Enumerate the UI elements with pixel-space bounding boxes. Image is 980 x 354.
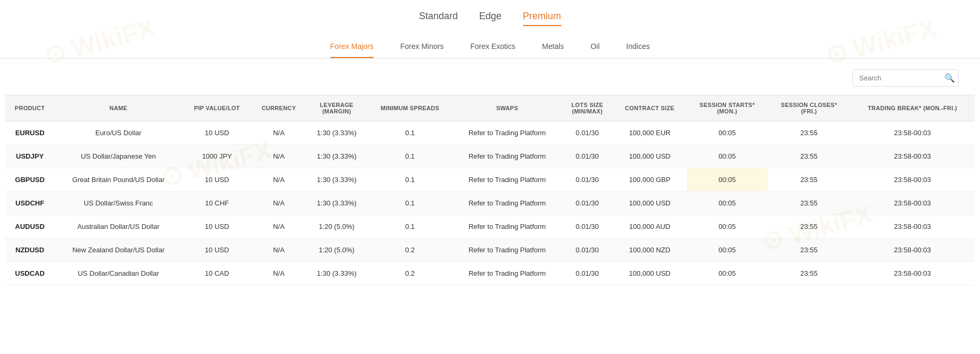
cell-lots-size: 0.01/30	[562, 238, 613, 262]
tab-standard[interactable]: Standard	[419, 11, 458, 26]
cell-leverage: 1:20 (5.0%)	[306, 238, 367, 262]
cell-leverage: 1:20 (5.0%)	[306, 215, 367, 238]
table-row: USDCHFUS Dollar/Swiss Franc10 CHFN/A1:30…	[5, 192, 975, 215]
cell-min-spreads: 0.1	[367, 168, 452, 192]
cat-forex-minors[interactable]: Forex Minors	[400, 42, 444, 58]
cell-name: US Dollar/Canadian Dollar	[54, 262, 182, 285]
col-trading-break: TRADING BREAK* (MON.-FRI.)	[850, 95, 975, 121]
cell-leverage: 1:30 (3.33%)	[306, 168, 367, 192]
cell-trading-break: 23:58-00:03	[850, 168, 975, 192]
cell-min-spreads: 0.2	[367, 262, 452, 285]
cell-swaps: Refer to Trading Platform	[453, 168, 562, 192]
cell-name: New Zealand Dollar/US Dollar	[54, 238, 182, 262]
cell-product: USDCAD	[5, 262, 54, 285]
cell-pip-value: 1000 JPY	[182, 145, 252, 168]
col-leverage: LEVERAGE(MARGIN)	[306, 95, 367, 121]
cell-currency: N/A	[252, 238, 306, 262]
cell-pip-value: 10 USD	[182, 121, 252, 145]
cell-swaps: Refer to Trading Platform	[453, 215, 562, 238]
cell-min-spreads: 0.2	[367, 238, 452, 262]
cell-contract-size: 100,000 EUR	[613, 121, 687, 145]
cell-leverage: 1:30 (3.33%)	[306, 145, 367, 168]
cell-min-spreads: 0.1	[367, 192, 452, 215]
cell-session-starts: 00:05	[687, 192, 768, 215]
cell-name: US Dollar/Swiss Franc	[54, 192, 182, 215]
table-header-row: PRODUCT NAME PIP VALUE/LOT CURRENCY LEVE…	[5, 95, 975, 121]
col-currency: CURRENCY	[252, 95, 306, 121]
cell-trading-break: 23:58-00:03	[850, 145, 975, 168]
cat-forex-majors[interactable]: Forex Majors	[330, 42, 374, 58]
col-swaps: SWAPS	[453, 95, 562, 121]
cell-currency: N/A	[252, 262, 306, 285]
cell-session-closes: 23:55	[768, 121, 850, 145]
table-row: USDJPYUS Dollar/Japanese Yen1000 JPYN/A1…	[5, 145, 975, 168]
cell-lots-size: 0.01/30	[562, 168, 613, 192]
category-tabs: Forex Majors Forex Minors Forex Exotics …	[0, 37, 980, 59]
cell-session-closes: 23:55	[768, 238, 850, 262]
cell-currency: N/A	[252, 215, 306, 238]
cell-product: GBPUSD	[5, 168, 54, 192]
cat-forex-exotics[interactable]: Forex Exotics	[470, 42, 516, 58]
cell-swaps: Refer to Trading Platform	[453, 192, 562, 215]
cell-leverage: 1:30 (3.33%)	[306, 121, 367, 145]
cell-pip-value: 10 CAD	[182, 262, 252, 285]
cat-indices[interactable]: Indices	[626, 42, 650, 58]
cell-name: Australian Dollar/US Dollar	[54, 215, 182, 238]
cell-lots-size: 0.01/30	[562, 145, 613, 168]
search-container: 🔍	[0, 69, 980, 95]
cell-lots-size: 0.01/30	[562, 262, 613, 285]
cell-lots-size: 0.01/30	[562, 121, 613, 145]
cat-metals[interactable]: Metals	[542, 42, 564, 58]
cell-currency: N/A	[252, 168, 306, 192]
cell-currency: N/A	[252, 192, 306, 215]
col-contract-size: CONTRACT SIZE	[613, 95, 687, 121]
cell-session-closes: 23:55	[768, 145, 850, 168]
cell-session-starts: 00:05	[687, 238, 768, 262]
table-row: USDCADUS Dollar/Canadian Dollar10 CADN/A…	[5, 262, 975, 285]
col-min-spreads: MINIMUM SPREADS	[367, 95, 452, 121]
cell-contract-size: 100,000 GBP	[613, 168, 687, 192]
col-name: NAME	[54, 95, 182, 121]
cell-swaps: Refer to Trading Platform	[453, 145, 562, 168]
cell-lots-size: 0.01/30	[562, 192, 613, 215]
cell-trading-break: 23:58-00:03	[850, 192, 975, 215]
cell-trading-break: 23:58-00:03	[850, 121, 975, 145]
cell-product: USDJPY	[5, 145, 54, 168]
col-session-closes: SESSION CLOSES*(FRI.)	[768, 95, 850, 121]
cell-min-spreads: 0.1	[367, 145, 452, 168]
cat-oil[interactable]: Oil	[591, 42, 600, 58]
tab-premium[interactable]: Premium	[523, 11, 561, 26]
cell-product: AUDUSD	[5, 215, 54, 238]
cell-product: USDCHF	[5, 192, 54, 215]
cell-swaps: Refer to Trading Platform	[453, 121, 562, 145]
table-row: NZDUSDNew Zealand Dollar/US Dollar10 USD…	[5, 238, 975, 262]
cell-session-starts: 00:05	[687, 262, 768, 285]
cell-pip-value: 10 USD	[182, 168, 252, 192]
cell-contract-size: 100,000 USD	[613, 145, 687, 168]
cell-name: Great Britain Pound/US Dollar	[54, 168, 182, 192]
tab-edge[interactable]: Edge	[479, 11, 502, 26]
cell-contract-size: 100,000 AUD	[613, 215, 687, 238]
cell-swaps: Refer to Trading Platform	[453, 238, 562, 262]
cell-contract-size: 100,000 USD	[613, 262, 687, 285]
col-pip-value: PIP VALUE/LOT	[182, 95, 252, 121]
cell-currency: N/A	[252, 145, 306, 168]
cell-pip-value: 10 USD	[182, 238, 252, 262]
cell-session-starts: 00:05	[687, 215, 768, 238]
cell-product: EURUSD	[5, 121, 54, 145]
cell-contract-size: 100,000 USD	[613, 192, 687, 215]
table-row: GBPUSDGreat Britain Pound/US Dollar10 US…	[5, 168, 975, 192]
table-row: EURUSDEuro/US Dollar10 USDN/A1:30 (3.33%…	[5, 121, 975, 145]
cell-currency: N/A	[252, 121, 306, 145]
cell-name: Euro/US Dollar	[54, 121, 182, 145]
col-product: PRODUCT	[5, 95, 54, 121]
cell-lots-size: 0.01/30	[562, 215, 613, 238]
search-input[interactable]	[859, 74, 944, 82]
cell-min-spreads: 0.1	[367, 215, 452, 238]
cell-product: NZDUSD	[5, 238, 54, 262]
cell-leverage: 1:30 (3.33%)	[306, 192, 367, 215]
cell-trading-break: 23:58-00:03	[850, 215, 975, 238]
cell-swaps: Refer to Trading Platform	[453, 262, 562, 285]
cell-leverage: 1:30 (3.33%)	[306, 262, 367, 285]
cell-session-closes: 23:55	[768, 262, 850, 285]
